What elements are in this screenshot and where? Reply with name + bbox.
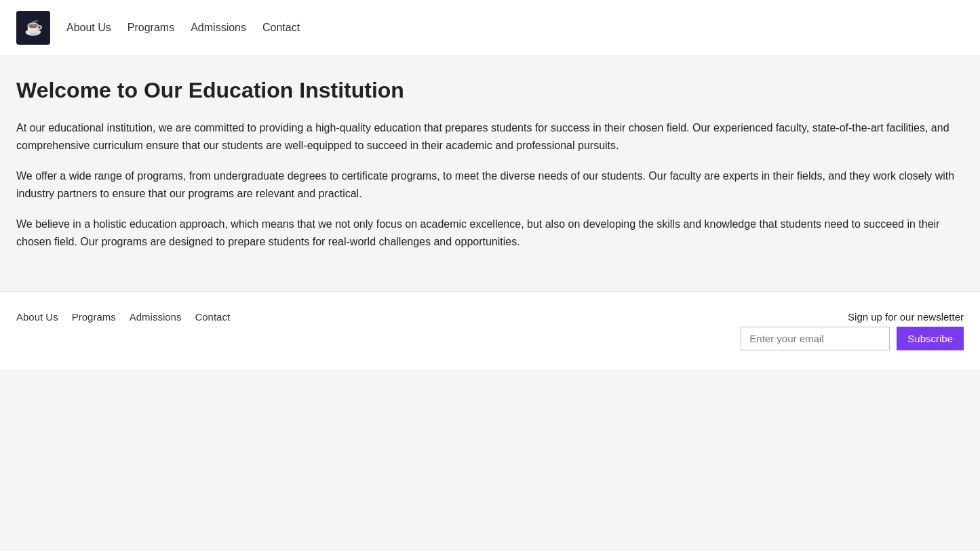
newsletter-email-input[interactable] bbox=[741, 327, 890, 350]
paragraph-1: At our educational institution, we are c… bbox=[16, 119, 964, 154]
footer-nav: About Us Programs Admissions Contact bbox=[16, 311, 230, 323]
newsletter-form: Subscribe bbox=[741, 327, 964, 350]
nav-programs[interactable]: Programs bbox=[128, 22, 174, 34]
footer-nav-programs[interactable]: Programs bbox=[72, 311, 116, 323]
newsletter-label: Sign up for our newsletter bbox=[848, 311, 964, 323]
footer-nav-contact[interactable]: Contact bbox=[195, 311, 230, 323]
site-header: ☕ About Us Programs Admissions Contact bbox=[0, 0, 980, 56]
footer-nav-admissions[interactable]: Admissions bbox=[130, 311, 182, 323]
nav-about[interactable]: About Us bbox=[66, 22, 111, 34]
footer-nav-about[interactable]: About Us bbox=[16, 311, 58, 323]
paragraph-3: We believe in a holistic education appro… bbox=[16, 216, 964, 250]
site-footer: About Us Programs Admissions Contact Sig… bbox=[0, 291, 980, 369]
logo-icon: ☕ bbox=[24, 19, 43, 37]
newsletter-subscribe-button[interactable]: Subscribe bbox=[897, 327, 964, 350]
main-nav: About Us Programs Admissions Contact bbox=[66, 22, 300, 34]
nav-contact[interactable]: Contact bbox=[262, 22, 300, 34]
main-content: Welcome to Our Education Institution At … bbox=[0, 56, 980, 291]
page-title: Welcome to Our Education Institution bbox=[16, 78, 964, 103]
nav-admissions[interactable]: Admissions bbox=[191, 22, 246, 34]
paragraph-2: We offer a wide range of programs, from … bbox=[16, 167, 964, 202]
newsletter-section: Sign up for our newsletter Subscribe bbox=[741, 311, 964, 350]
site-logo: ☕ bbox=[16, 11, 50, 45]
